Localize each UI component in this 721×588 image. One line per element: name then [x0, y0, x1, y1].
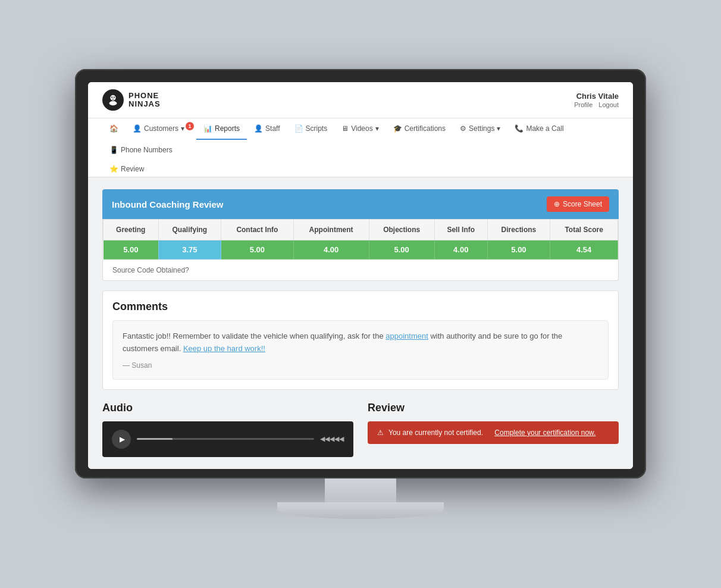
col-contact-info: Contact Info [221, 220, 293, 240]
comments-section: Comments Fantastic job!! Remember to val… [102, 290, 619, 390]
logo-icon [102, 89, 124, 111]
nav-reports-label: Reports [215, 124, 240, 133]
cert-link[interactable]: Complete your certification now. [494, 429, 595, 437]
audio-time: ◀◀◀◀◀ [320, 435, 344, 443]
col-directions: Directions [487, 220, 550, 240]
nav-home[interactable]: 🏠 [102, 118, 126, 140]
monitor-screen-inner: PHONE NINJAS Chris Vitale Profile Logout [88, 82, 633, 469]
score-total: 4.54 [550, 240, 618, 259]
app-header: PHONE NINJAS Chris Vitale Profile Logout [88, 82, 633, 118]
nav-review-label: Review [121, 165, 144, 173]
monitor-screen-outer: PHONE NINJAS Chris Vitale Profile Logout [75, 69, 646, 478]
col-appointment: Appointment [293, 220, 369, 240]
col-sell-info: Sell Info [434, 220, 487, 240]
score-sheet-label: Score Sheet [563, 200, 602, 208]
nav-settings-label: Settings [469, 124, 494, 133]
settings-dropdown-icon: ▾ [497, 124, 500, 133]
score-appointment: 4.00 [293, 240, 369, 259]
nav-row-2: ⭐ Review [102, 161, 619, 177]
customers-dropdown-icon: ▾ [181, 124, 184, 133]
audio-title: Audio [102, 402, 353, 414]
score-contact-info: 5.00 [221, 240, 293, 259]
review-header-title: Inbound Coaching Review [112, 199, 224, 209]
score-objections: 5.00 [369, 240, 434, 259]
logout-link[interactable]: Logout [598, 101, 619, 108]
scripts-icon: 📄 [294, 124, 303, 133]
videos-dropdown-icon: ▾ [375, 124, 379, 133]
nav-certifications[interactable]: 🎓 Certifications [386, 118, 453, 140]
nav-certifications-label: Certifications [405, 124, 446, 133]
nav-phone-numbers[interactable]: 📱 Phone Numbers [102, 140, 180, 161]
audio-progress-bar[interactable] [137, 438, 314, 440]
customers-badge: 1 [186, 122, 194, 130]
score-greeting: 5.00 [104, 240, 159, 259]
score-directions: 5.00 [487, 240, 550, 259]
score-sheet-button[interactable]: ⊕ Score Sheet [547, 196, 609, 212]
app-nav: 🏠 👤 Customers ▾ 1 📊 Reports 👤 Staf [88, 118, 633, 177]
home-icon: 🏠 [109, 124, 118, 133]
svg-point-3 [114, 97, 115, 98]
nav-staff[interactable]: 👤 Staff [247, 118, 287, 140]
score-sheet-icon: ⊕ [554, 200, 560, 208]
logo-text: PHONE NINJAS [128, 92, 161, 109]
user-links: Profile Logout [574, 101, 619, 109]
audio-player: ▶ ◀◀◀◀◀ [102, 421, 353, 457]
nav-make-a-call[interactable]: 📞 Make a Call [507, 118, 570, 140]
source-code-label: Source Code Obtained? [103, 259, 618, 280]
play-icon: ▶ [120, 435, 125, 443]
user-name: Chris Vitale [574, 92, 619, 101]
logo-area: PHONE NINJAS [102, 89, 161, 111]
nav-customers-label: Customers [144, 124, 178, 133]
audio-progress-fill [137, 438, 173, 440]
review-header: Inbound Coaching Review ⊕ Score Sheet [102, 189, 619, 219]
col-qualifying: Qualifying [158, 220, 221, 240]
star-icon: ⭐ [109, 165, 118, 173]
scores-table: Greeting Qualifying Contact Info Appoint… [103, 219, 618, 259]
comment-author: — Susan [123, 361, 598, 370]
nav-row-1: 🏠 👤 Customers ▾ 1 📊 Reports 👤 Staf [102, 118, 619, 161]
score-qualifying: 3.75 [158, 240, 221, 259]
audio-section: Audio ▶ ◀◀◀◀◀ [102, 402, 353, 457]
customers-icon: 👤 [133, 124, 142, 133]
logo-line1: PHONE [128, 92, 161, 100]
cert-warning: ⚠ You are currently not certified. Compl… [368, 421, 619, 444]
nav-phone-numbers-label: Phone Numbers [121, 146, 173, 154]
svg-point-1 [109, 101, 117, 105]
cert-warning-text: You are currently not certified. [388, 429, 483, 437]
nav-staff-label: Staff [265, 124, 280, 133]
col-greeting: Greeting [104, 220, 159, 240]
reports-icon: 📊 [203, 124, 212, 133]
comment-link-appointment[interactable]: appointment [385, 331, 428, 340]
nav-make-a-call-label: Make a Call [526, 124, 563, 133]
nav-settings[interactable]: ⚙ Settings ▾ [453, 118, 507, 140]
comment-link-keepup[interactable]: Keep up the hard work!! [183, 344, 265, 353]
phone-icon: 📞 [515, 124, 523, 133]
nav-reports[interactable]: 📊 Reports [196, 118, 247, 140]
monitor-stand-neck [325, 478, 396, 502]
app-main: Inbound Coaching Review ⊕ Score Sheet Gr… [88, 177, 633, 469]
svg-point-2 [111, 97, 112, 98]
mobile-icon: 📱 [109, 146, 118, 154]
col-objections: Objections [369, 220, 434, 240]
staff-icon: 👤 [254, 124, 263, 133]
videos-icon: 🖥 [341, 124, 349, 133]
comment-box: Fantastic job!! Remember to validate the… [112, 320, 609, 380]
nav-videos-label: Videos [351, 124, 372, 133]
comment-text-part1: Fantastic job!! Remember to validate the… [123, 331, 385, 340]
nav-scripts[interactable]: 📄 Scripts [287, 118, 335, 140]
nav-customers[interactable]: 👤 Customers ▾ 1 [126, 118, 196, 140]
comment-text: Fantastic job!! Remember to validate the… [123, 330, 598, 355]
score-sell-info: 4.00 [434, 240, 487, 259]
nav-videos[interactable]: 🖥 Videos ▾ [334, 118, 385, 140]
logo-line2: NINJAS [128, 100, 161, 108]
user-area: Chris Vitale Profile Logout [574, 92, 619, 109]
bottom-grid: Audio ▶ ◀◀◀◀◀ Review [102, 402, 619, 457]
scores-container: Greeting Qualifying Contact Info Appoint… [102, 219, 619, 281]
col-total-score: Total Score [550, 220, 618, 240]
monitor-stand-base [277, 502, 444, 519]
comments-title: Comments [112, 301, 609, 313]
play-button[interactable]: ▶ [112, 430, 131, 449]
profile-link[interactable]: Profile [574, 101, 593, 108]
nav-review[interactable]: ⭐ Review [102, 161, 151, 177]
review-section: Review ⚠ You are currently not certified… [368, 402, 619, 457]
